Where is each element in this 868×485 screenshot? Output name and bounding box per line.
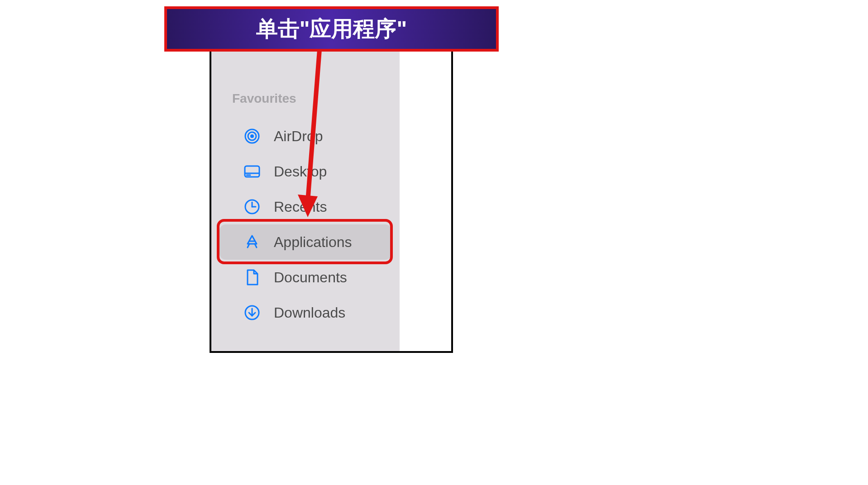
instruction-text: 单击"应用程序" bbox=[256, 14, 407, 43]
desktop-icon bbox=[243, 162, 261, 181]
applications-icon bbox=[243, 233, 261, 251]
sidebar-item-label: Downloads bbox=[274, 304, 345, 321]
recents-icon bbox=[243, 198, 261, 216]
svg-point-2 bbox=[250, 134, 254, 138]
sidebar-item-recents[interactable]: Recents bbox=[219, 189, 391, 224]
sidebar-item-applications[interactable]: Applications bbox=[219, 224, 391, 260]
sidebar-item-label: Applications bbox=[274, 234, 352, 251]
sidebar-item-airdrop[interactable]: AirDrop bbox=[219, 119, 391, 154]
sidebar-item-label: Recents bbox=[274, 199, 327, 215]
finder-window: Favourites AirDrop Desktop bbox=[210, 10, 453, 353]
sidebar-item-label: Documents bbox=[274, 269, 347, 286]
finder-content-area bbox=[400, 12, 451, 351]
sidebar-item-downloads[interactable]: Downloads bbox=[219, 295, 391, 330]
sidebar-section-favourites: Favourites bbox=[211, 91, 400, 106]
sidebar-item-desktop[interactable]: Desktop bbox=[219, 154, 391, 189]
sidebar-item-label: Desktop bbox=[274, 163, 327, 180]
airdrop-icon bbox=[243, 127, 261, 145]
documents-icon bbox=[243, 268, 261, 286]
instruction-callout: 单击"应用程序" bbox=[164, 6, 499, 52]
sidebar-item-documents[interactable]: Documents bbox=[219, 260, 391, 295]
downloads-icon bbox=[243, 304, 261, 322]
sidebar-item-label: AirDrop bbox=[274, 128, 323, 145]
finder-sidebar: Favourites AirDrop Desktop bbox=[211, 12, 400, 351]
